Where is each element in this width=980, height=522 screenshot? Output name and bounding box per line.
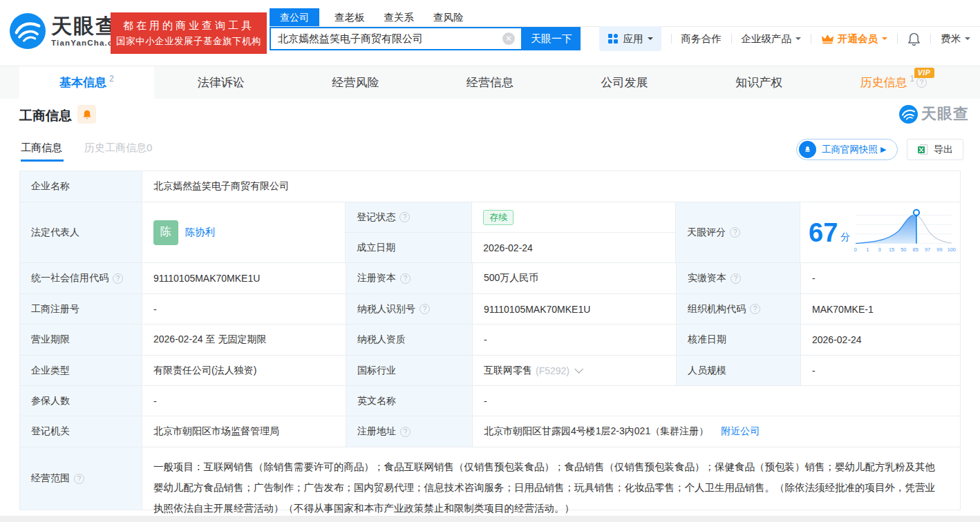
tab-legal-proceedings[interactable]: 法律诉讼 <box>154 66 289 99</box>
clear-search-icon[interactable]: ✕ <box>502 32 515 45</box>
tab-label: 经营风险 <box>332 75 379 90</box>
export-button[interactable]: 导出 <box>907 139 963 160</box>
question-circle-icon[interactable]: ? <box>731 273 741 284</box>
address-value: 北京市朝阳区甘露园4号楼1层2-3内021（集群注册） 附近公司 <box>473 416 961 447</box>
banner-line1: 都在用的商业查询工具 <box>111 17 267 33</box>
score-number: 67 <box>809 220 838 246</box>
chevron-down-icon <box>882 37 887 43</box>
address-label: 注册地址? <box>346 416 473 447</box>
tab-label: 公司发展 <box>601 75 648 90</box>
insured-count-label: 参保人数 <box>20 386 142 416</box>
company-type-label: 企业类型 <box>20 356 142 386</box>
subtab-business-registration[interactable]: 工商信息 <box>21 142 62 155</box>
tianyancha-logo[interactable]: 天眼查 TianYanCha.com <box>10 13 126 49</box>
nav-open-vip[interactable]: 开通会员 <box>821 32 887 46</box>
orange-bell-icon <box>82 109 92 120</box>
search-button[interactable]: 天眼一下 <box>522 27 581 50</box>
question-circle-icon[interactable]: ? <box>916 77 927 88</box>
question-circle-icon[interactable]: ? <box>730 227 740 238</box>
svg-text:85: 85 <box>913 246 918 253</box>
industry-code: (F5292) <box>536 365 569 376</box>
excel-icon <box>917 144 929 155</box>
watermark-text: 天眼查 <box>921 104 969 124</box>
question-circle-icon[interactable]: ? <box>400 273 411 284</box>
org-code-label: 组织机构代码? <box>677 294 801 325</box>
search-input[interactable] <box>271 28 521 49</box>
approval-date-label: 核准日期 <box>677 325 801 356</box>
tab-label: 历史信息 <box>860 75 907 90</box>
tab-label: 知识产权 <box>735 75 782 90</box>
tab-operating-risk[interactable]: 经营风险 <box>288 66 423 99</box>
reg-capital-value: 500万人民币 <box>473 263 677 294</box>
search-box: ✕ <box>270 27 522 50</box>
notification-bell-icon[interactable] <box>907 32 921 46</box>
question-circle-icon[interactable]: ? <box>399 212 410 222</box>
tyc-score-value: 67 分 <box>800 202 961 263</box>
monitor-bell-button[interactable] <box>77 105 96 124</box>
nav-cooperation[interactable]: 商务合作 <box>681 32 722 46</box>
reg-number-value: - <box>142 294 346 325</box>
search-tab-boss[interactable]: 查老板 <box>334 11 365 24</box>
legal-rep-value: 陈 陈协利 <box>142 202 346 263</box>
svg-text:3: 3 <box>878 246 881 253</box>
snapshot-label: 工商官网快照 <box>822 144 878 156</box>
tab-company-development[interactable]: 公司发展 <box>557 66 692 99</box>
authority-value: 北京市朝阳区市场监督管理局 <box>142 416 346 447</box>
insured-count-value: - <box>142 386 346 416</box>
crown-icon <box>821 34 834 44</box>
svg-text:97: 97 <box>925 246 930 253</box>
header-nav: 应用 商务合作 企业级产品 开通会员 <box>599 26 971 51</box>
search-tab-relation[interactable]: 查关系 <box>384 11 415 24</box>
industry-value[interactable]: 互联网零售 (F5292) <box>473 356 677 386</box>
tab-basic-info[interactable]: 基本信息 2 <box>19 66 154 99</box>
business-registration-table: 企业名称 北京嫣然益笑电子商贸有限公司 法定代表人 陈 陈协利 登记状态 ? <box>19 171 961 510</box>
legal-rep-avatar[interactable]: 陈 <box>153 220 178 245</box>
search-tab-company[interactable]: 查公司 <box>270 8 319 27</box>
chevron-down-icon <box>965 37 970 43</box>
company-name-label: 企业名称 <box>20 171 142 202</box>
score-unit: 分 <box>840 231 850 244</box>
user-menu[interactable]: 费米 <box>941 32 970 46</box>
svg-text:0: 0 <box>854 246 857 253</box>
arrow-right-icon: ▶ <box>880 145 886 154</box>
paid-capital-value: - <box>801 263 961 294</box>
approval-date-value: 2026-02-24 <box>801 325 961 356</box>
score-distribution-chart: 0 1 3 15 50 85 97 99 100 <box>853 208 956 258</box>
question-circle-icon[interactable]: ? <box>420 304 430 314</box>
staff-size-value: - <box>801 356 961 386</box>
tab-business-info[interactable]: 经营信息 <box>423 66 558 99</box>
question-circle-icon[interactable]: ? <box>400 427 411 437</box>
staff-size-label: 人员规模 <box>677 356 801 386</box>
chevron-down-icon <box>648 37 653 43</box>
section-title: 工商信息 <box>19 107 72 125</box>
taxpayer-quality-label: 纳税人资质 <box>346 325 473 356</box>
vip-label: 开通会员 <box>838 32 878 46</box>
business-term-label: 营业期限 <box>20 325 142 356</box>
search-tab-risk[interactable]: 查风险 <box>433 11 464 24</box>
question-circle-icon[interactable]: ? <box>74 474 84 484</box>
nearby-companies-link[interactable]: 附近公司 <box>721 425 760 438</box>
question-circle-icon[interactable]: ? <box>113 273 123 284</box>
question-circle-icon[interactable]: ? <box>750 304 760 314</box>
apps-grid-icon <box>607 33 619 44</box>
divider <box>671 34 672 44</box>
legal-rep-link[interactable]: 陈协利 <box>185 226 216 239</box>
taxpayer-id-value: 91110105MAK70MKE1U <box>473 294 677 325</box>
tab-intellectual-property[interactable]: 知识产权 <box>692 66 827 99</box>
company-tabbar: 基本信息 2 法律诉讼 经营风险 经营信息 公司发展 知识产权 历史信息 1 ? <box>0 66 980 99</box>
taxpayer-id-label: 纳税人识别号? <box>346 294 473 325</box>
official-snapshot-button[interactable]: 工商官网快照 ▶ <box>796 139 898 160</box>
reg-status-value: 存续 <box>472 202 676 233</box>
banner-line2: 国家中小企业发展子基金旗下机构 <box>111 33 267 49</box>
subtab-history-registration[interactable]: 历史工商信息0 <box>84 142 152 155</box>
taxpayer-quality-value: - <box>473 325 677 356</box>
status-date-subgrid: 登记状态 ? 存续 成立日期 2026-02-24 <box>346 202 676 263</box>
username: 费米 <box>941 32 961 46</box>
industry-name: 互联网零售 <box>484 365 532 377</box>
svg-text:99: 99 <box>937 246 943 253</box>
english-name-value: - <box>473 386 961 416</box>
nav-enterprise-products[interactable]: 企业级产品 <box>742 32 802 46</box>
tab-history-info[interactable]: 历史信息 1 ? VIP <box>826 66 961 99</box>
apps-menu[interactable]: 应用 <box>599 26 661 51</box>
chevron-down-icon[interactable] <box>574 365 583 374</box>
